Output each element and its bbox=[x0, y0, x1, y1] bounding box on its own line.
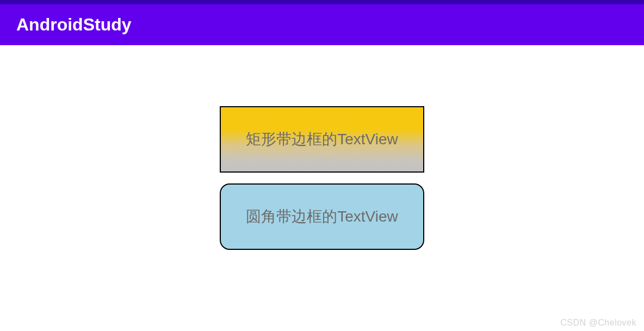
rectangle-textview-label: 矩形带边框的TextView bbox=[246, 129, 398, 150]
status-bar bbox=[0, 0, 644, 4]
rounded-bordered-textview: 圆角带边框的TextView bbox=[220, 183, 424, 250]
app-bar: AndroidStudy bbox=[0, 4, 644, 45]
app-title: AndroidStudy bbox=[16, 15, 132, 35]
rounded-textview-label: 圆角带边框的TextView bbox=[246, 206, 398, 227]
main-content: 矩形带边框的TextView 圆角带边框的TextView bbox=[0, 45, 644, 250]
watermark-text: CSDN @Chelovek bbox=[560, 318, 636, 328]
rectangle-bordered-textview: 矩形带边框的TextView bbox=[220, 106, 424, 173]
